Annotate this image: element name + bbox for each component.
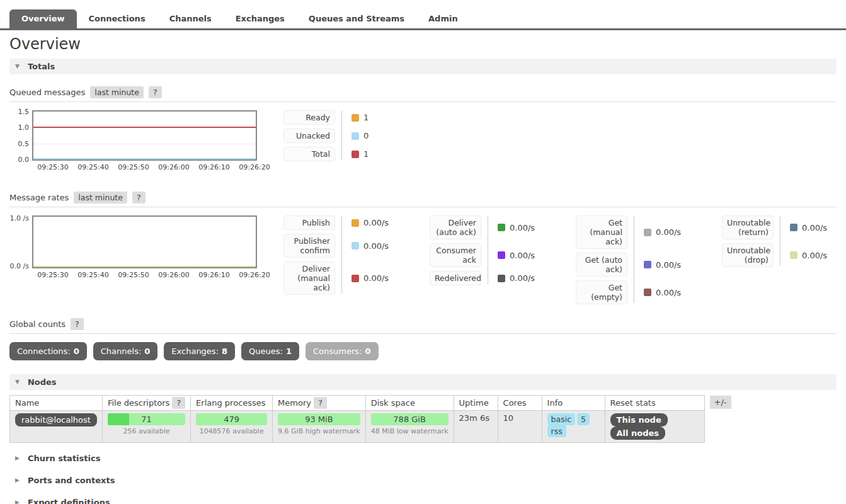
help-icon[interactable]: ? [71, 318, 84, 330]
series-color-swatch [352, 132, 359, 140]
reset-all-nodes-button[interactable]: All nodes [610, 427, 666, 440]
legend-value-publisher-confirm: 0.00/s [335, 241, 397, 251]
series-color-swatch [644, 261, 651, 268]
node-name-link[interactable]: rabbit@localhost [15, 413, 97, 427]
section-header-churn-statistics[interactable]: ▶ Churn statistics [9, 447, 837, 469]
legend-divider [780, 216, 780, 266]
tab-admin[interactable]: Admin [416, 9, 470, 28]
help-icon[interactable]: ? [172, 397, 185, 409]
time-range-selector[interactable]: last minute [74, 192, 127, 203]
legend-count: 1 [363, 149, 369, 159]
legend-value-get-empty: 0.00/s [627, 288, 689, 297]
x-tick: 09:25:50 [118, 271, 149, 279]
legend-label-get-empty[interactable]: Get (empty) [576, 280, 627, 304]
unacked-series-line [33, 158, 256, 159]
series-color-swatch [644, 289, 651, 296]
section-header-ports-and-contexts[interactable]: ▶ Ports and contexts [9, 469, 837, 491]
series-color-swatch [790, 224, 797, 231]
badge-count: 1 [286, 346, 292, 356]
help-icon[interactable]: ? [149, 86, 162, 98]
legend-label-total[interactable]: Total [283, 147, 335, 161]
x-tick: 09:26:00 [158, 271, 189, 279]
message-rates-chart-row: 1.0 /s 0.0 /s 09:25:30 09:25:40 09:25:50… [9, 215, 837, 304]
legend-label-publish[interactable]: Publish [283, 215, 335, 230]
memory-watermark: 9.6 GiB high watermark [278, 427, 360, 435]
badge-count: 0 [365, 346, 370, 356]
x-tick: 09:26:00 [158, 163, 189, 171]
series-color-swatch [498, 224, 505, 231]
legend-value-unacked: 0 [335, 131, 397, 140]
help-icon[interactable]: ? [314, 397, 327, 409]
legend-rate: 0.00/s [802, 251, 827, 260]
section-label: Ports and contexts [28, 476, 115, 485]
legend-label-unroutable-drop[interactable]: Unroutable (drop) [722, 243, 774, 267]
erlang-available: 1048576 available [196, 427, 267, 435]
tab-channels[interactable]: Channels [157, 9, 224, 28]
tab-queues-and-streams[interactable]: Queues and Streams [297, 9, 416, 28]
column-selector-button[interactable]: +/- [710, 396, 731, 409]
collapsed-sections: ▶ Churn statistics ▶ Ports and contexts … [9, 447, 837, 504]
section-header-totals[interactable]: ▼ Totals [9, 59, 837, 74]
section-label: Churn statistics [28, 454, 101, 463]
collapse-triangle-icon: ▼ [15, 379, 20, 385]
legend-value-get-manual-ack: 0.00/s [627, 227, 689, 237]
y-tick: 0.5 [18, 140, 30, 148]
info-tag-rss: rss [547, 425, 566, 437]
legend-label-get-auto-ack[interactable]: Get (auto ack) [576, 253, 627, 277]
legend-rate: 0.00/s [363, 218, 389, 227]
legend-value-publish: 0.00/s [335, 218, 397, 227]
legend-label-publisher-confirm[interactable]: Publisher confirm [283, 234, 335, 258]
series-color-swatch [790, 251, 797, 259]
series-color-swatch [352, 242, 359, 249]
tab-overview[interactable]: Overview [9, 9, 77, 28]
erlang-value: 479 [224, 415, 239, 424]
message-rates-title: Message rates [9, 193, 69, 202]
legend-label-deliver-auto-ack[interactable]: Deliver (auto ack) [430, 215, 481, 239]
series-color-swatch [498, 251, 505, 259]
unroutable-drop-series-line [33, 266, 256, 267]
consumers-count-badge: Consumers:0 [306, 342, 379, 360]
global-counts-badges: Connections:0 Channels:0 Exchanges:8 Que… [9, 342, 837, 360]
series-color-swatch [644, 229, 651, 236]
tab-exchanges[interactable]: Exchanges [224, 9, 297, 28]
disk-usage-bar: 788 GiB [371, 413, 449, 425]
legend-label-ready[interactable]: Ready [283, 110, 335, 125]
reset-this-node-button[interactable]: This node [610, 413, 668, 427]
rates-legend-col-1: Publish 0.00/s Publisher confirm 0.00/s … [283, 215, 397, 295]
legend-count: 0 [363, 131, 369, 140]
expand-triangle-icon: ▶ [15, 478, 20, 483]
x-axis: 09:25:30 09:25:40 09:25:50 09:26:00 09:2… [32, 163, 257, 174]
legend-label-get-manual-ack[interactable]: Get (manual ack) [576, 215, 627, 249]
plot-area [32, 215, 257, 268]
col-header-cores: Cores [498, 396, 542, 411]
time-range-selector[interactable]: last minute [90, 86, 144, 98]
legend-value-unroutable-drop: 0.00/s [774, 251, 835, 260]
erlang-processes-cell: 479 1048576 available [191, 411, 273, 443]
exchanges-count-badge: Exchanges:8 [164, 342, 235, 360]
tab-connections[interactable]: Connections [77, 9, 157, 28]
global-counts-title: Global counts [9, 319, 66, 329]
legend-label-unroutable-return[interactable]: Unroutable (return) [722, 215, 774, 239]
legend-rate: 0.00/s [656, 288, 681, 297]
section-header-nodes[interactable]: ▼ Nodes [9, 374, 837, 390]
help-icon[interactable]: ? [132, 192, 146, 203]
series-color-swatch [498, 275, 505, 282]
info-cell: basic5rss [542, 411, 605, 443]
node-name-cell: rabbit@localhost [10, 411, 103, 443]
section-header-export-definitions[interactable]: ▶ Export definitions [9, 491, 837, 504]
legend-label-unacked[interactable]: Unacked [283, 129, 335, 143]
legend-value-consumer-ack: 0.00/s [481, 251, 543, 260]
nodes-table-wrap: Name File descriptors ? Erlang processes… [9, 395, 837, 443]
fd-usage-bar-fill [108, 413, 130, 425]
disk-space-cell: 788 GiB 48 MiB low watermark [365, 411, 454, 443]
x-tick: 09:26:20 [239, 163, 270, 171]
legend-label-redelivered[interactable]: Redelivered [430, 271, 481, 285]
col-header-disk-space: Disk space [365, 396, 454, 411]
legend-label-consumer-ack[interactable]: Consumer ack [430, 243, 481, 267]
col-header-memory: Memory ? [273, 396, 366, 411]
y-axis: 1.0 /s 0.0 /s [9, 215, 32, 268]
message-rates-header: Message rates last minute ? [9, 192, 837, 207]
y-tick: 1.0 [18, 123, 30, 131]
legend-label-deliver-manual-ack[interactable]: Deliver (manual ack) [283, 261, 335, 295]
table-row: rabbit@localhost 71 256 available 479 10… [10, 411, 705, 443]
